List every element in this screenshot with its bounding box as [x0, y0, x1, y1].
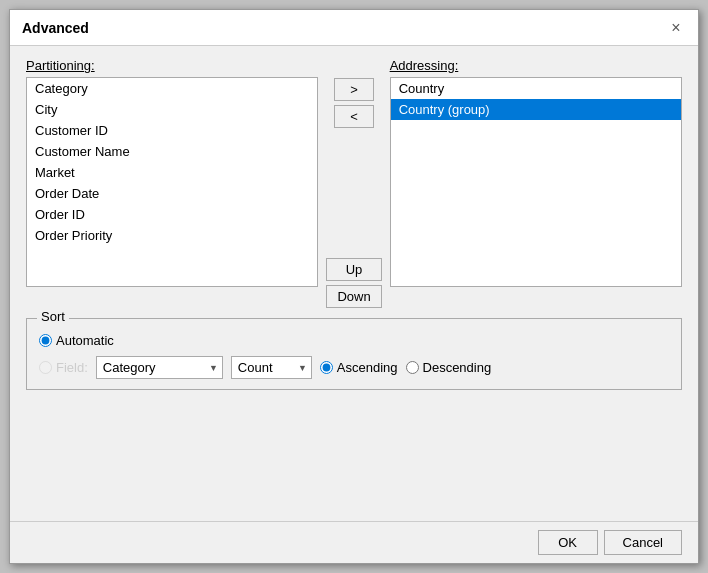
ascending-radio[interactable]: [320, 361, 333, 374]
automatic-radio-label[interactable]: Automatic: [39, 333, 114, 348]
addressing-area: Addressing: Country Country (group): [390, 58, 682, 287]
category-select[interactable]: Category City Customer ID Customer Name: [96, 356, 223, 379]
ascending-radio-label[interactable]: Ascending: [320, 360, 398, 375]
dialog-footer: OK Cancel: [10, 521, 698, 563]
list-item-selected[interactable]: Country (group): [391, 99, 681, 120]
descending-radio[interactable]: [406, 361, 419, 374]
list-item[interactable]: City: [27, 99, 317, 120]
field-radio[interactable]: [39, 361, 52, 374]
list-item[interactable]: Customer ID: [27, 120, 317, 141]
list-item[interactable]: Order Date: [27, 183, 317, 204]
list-item[interactable]: Order Priority: [27, 225, 317, 246]
advanced-dialog: Advanced × Partitioning: Category City C…: [9, 9, 699, 564]
descending-label: Descending: [423, 360, 492, 375]
title-bar: Advanced ×: [10, 10, 698, 46]
count-select[interactable]: Count Sum Average: [231, 356, 312, 379]
move-up-button[interactable]: Up: [326, 258, 381, 281]
field-radio-label[interactable]: Field:: [39, 360, 88, 375]
dialog-title: Advanced: [22, 20, 89, 36]
count-select-wrapper[interactable]: Count Sum Average: [231, 356, 312, 379]
descending-radio-label[interactable]: Descending: [406, 360, 492, 375]
ascending-label: Ascending: [337, 360, 398, 375]
partitioning-label: Partitioning:: [26, 58, 318, 73]
category-select-wrapper[interactable]: Category City Customer ID Customer Name: [96, 356, 223, 379]
list-item[interactable]: Customer Name: [27, 141, 317, 162]
move-down-button[interactable]: Down: [326, 285, 381, 308]
partitioning-list[interactable]: Category City Customer ID Customer Name …: [26, 77, 318, 287]
addressing-list[interactable]: Country Country (group): [390, 77, 682, 287]
sort-group: Sort Automatic Field: Category City: [26, 318, 682, 390]
dialog-body: Partitioning: Category City Customer ID …: [10, 46, 698, 521]
ok-button[interactable]: OK: [538, 530, 598, 555]
list-item[interactable]: Order ID: [27, 204, 317, 225]
partitioning-area: Partitioning: Category City Customer ID …: [26, 58, 318, 287]
addressing-label: Addressing:: [390, 58, 682, 73]
list-item[interactable]: Market: [27, 162, 317, 183]
field-row: Field: Category City Customer ID Custome…: [39, 356, 669, 379]
automatic-radio[interactable]: [39, 334, 52, 347]
cancel-button[interactable]: Cancel: [604, 530, 682, 555]
automatic-label: Automatic: [56, 333, 114, 348]
field-label: Field:: [56, 360, 88, 375]
list-item[interactable]: Country: [391, 78, 681, 99]
close-button[interactable]: ×: [666, 18, 686, 38]
move-right-button[interactable]: >: [334, 78, 374, 101]
sort-group-legend: Sort: [37, 309, 69, 324]
automatic-row: Automatic: [39, 333, 669, 348]
top-section: Partitioning: Category City Customer ID …: [26, 58, 682, 308]
move-left-button[interactable]: <: [334, 105, 374, 128]
list-item[interactable]: Category: [27, 78, 317, 99]
